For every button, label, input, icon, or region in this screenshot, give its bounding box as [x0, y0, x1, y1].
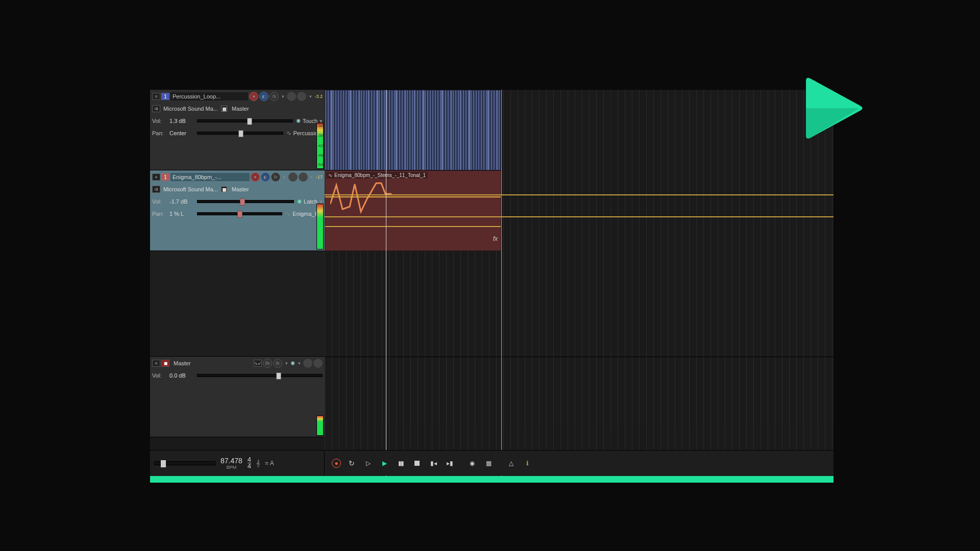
- record-arm-button[interactable]: ●: [251, 172, 260, 182]
- bus-name[interactable]: Master: [232, 106, 249, 112]
- downmix-icon[interactable]: ↘↙: [254, 360, 262, 367]
- pan-slider[interactable]: [197, 132, 283, 135]
- loop-button[interactable]: ↻: [346, 458, 357, 469]
- master-lane[interactable]: [325, 357, 834, 425]
- fx-dropdown-icon[interactable]: ▾: [280, 92, 286, 101]
- output-device[interactable]: Microsoft Sound Ma...: [163, 106, 218, 112]
- track-number[interactable]: 1: [161, 93, 169, 100]
- automation-gear-icon[interactable]: ✺: [297, 198, 302, 205]
- env-button[interactable]: [287, 92, 296, 101]
- master-name[interactable]: Master: [170, 360, 253, 366]
- fx-dropdown-icon[interactable]: ▾: [283, 359, 289, 368]
- dim-button[interactable]: [313, 359, 323, 368]
- fx-label[interactable]: fx: [493, 235, 498, 242]
- more-dropdown-icon[interactable]: ▾: [309, 172, 315, 182]
- peak-readout: -17: [316, 174, 323, 180]
- play-button[interactable]: ▶: [379, 458, 390, 469]
- vol-value: -1.7 dB: [169, 198, 194, 205]
- pan-row: Pan: Center ∿ Percussio...: [152, 128, 323, 139]
- empty-track-area[interactable]: [150, 251, 325, 357]
- envelope-extension-1[interactable]: [325, 194, 834, 195]
- track-name[interactable]: Percussion_Loop...: [170, 92, 248, 101]
- track-menu-icon[interactable]: ≡: [152, 93, 160, 100]
- go-to-start-button[interactable]: ▮◂: [428, 458, 439, 469]
- tempo-readout[interactable]: 87.478 BPM: [220, 457, 242, 470]
- clip-label: ∿ Enigma_80bpm_-_Stems_-_11_Tonal_1: [326, 172, 428, 179]
- track-menu-icon[interactable]: ≡: [152, 173, 160, 181]
- automation-mode[interactable]: Latch: [304, 198, 317, 205]
- automation-gear-icon[interactable]: ✺: [296, 118, 301, 124]
- gear-dropdown-icon[interactable]: ▾: [296, 359, 302, 368]
- envelope-line-2[interactable]: [325, 226, 501, 227]
- mute-button[interactable]: [303, 359, 312, 368]
- record-mode-button[interactable]: ◉: [467, 458, 478, 469]
- record-button[interactable]: ●: [332, 459, 341, 468]
- volume-row: Vol: -1.7 dB ✺ Latch ▾: [152, 196, 323, 207]
- fx-button[interactable]: fx: [273, 359, 282, 368]
- bus-checkbox[interactable]: ◼: [221, 186, 227, 192]
- env-button[interactable]: [288, 172, 298, 182]
- track-header: ≡ 1 Enigma_80bpm_-... ● ◐ fx ▾ ▾ -17: [152, 171, 323, 183]
- vol-label: Vol:: [152, 198, 166, 205]
- pause-button[interactable]: ▮▮: [395, 458, 406, 469]
- track-panel: ≡ 1 Percussion_Loop... ● ◐ fx ▾ ▾ -3.2 ⇉…: [150, 90, 325, 483]
- clip-envelope-icon: ∿: [328, 172, 332, 178]
- gear-icon[interactable]: ✺: [290, 360, 295, 367]
- insert-fx-icon[interactable]: ifx: [263, 359, 272, 368]
- time-signature[interactable]: 4 4: [248, 457, 251, 469]
- pan-slider[interactable]: [197, 212, 282, 215]
- grid-snap-button[interactable]: ▦: [483, 458, 494, 469]
- input-monitor-button[interactable]: ◐: [259, 92, 268, 101]
- output-device[interactable]: Microsoft Sound Ma...: [163, 186, 218, 192]
- envelope-extension-2[interactable]: [325, 216, 834, 217]
- stop-button[interactable]: [411, 458, 423, 469]
- automation-mode[interactable]: Touch: [303, 118, 317, 124]
- io-icon[interactable]: ⇉: [152, 186, 160, 193]
- loop-end-locator[interactable]: [501, 90, 502, 483]
- track-1[interactable]: ≡ 1 Percussion_Loop... ● ◐ fx ▾ ▾ -3.2 ⇉…: [150, 90, 325, 170]
- tempo-unit: BPM: [220, 465, 242, 470]
- fx-button[interactable]: fx: [270, 92, 279, 101]
- metronome-readout[interactable]: = A: [265, 460, 274, 467]
- go-to-end-button[interactable]: ▸▮: [444, 458, 455, 469]
- master-badge-icon[interactable]: ◼: [161, 360, 169, 367]
- master-track[interactable]: ≡ ◼ Master ↘↙ ifx fx ▾ ✺ ▾ Vol: 0.0 dB: [150, 357, 325, 437]
- pan-label: Pan:: [152, 211, 166, 217]
- fx-button[interactable]: fx: [271, 172, 280, 182]
- more-dropdown-icon[interactable]: ▾: [307, 92, 313, 101]
- mute-button[interactable]: [297, 92, 306, 101]
- daw-window: ≡ 1 Percussion_Loop... ● ◐ fx ▾ ▾ -3.2 ⇉…: [150, 90, 834, 483]
- tempo-slider[interactable]: [154, 461, 215, 465]
- volume-slider[interactable]: [197, 374, 323, 377]
- track-header: ≡ 1 Percussion_Loop... ● ◐ fx ▾ ▾ -3.2: [152, 91, 323, 102]
- playhead[interactable]: [386, 90, 386, 483]
- bus-name[interactable]: Master: [232, 186, 249, 192]
- input-monitor-button[interactable]: ◐: [261, 172, 270, 182]
- volume-slider[interactable]: [197, 200, 294, 203]
- volume-slider[interactable]: [197, 119, 293, 122]
- output-row: ⇉ Microsoft Sound Ma... ◼ Master: [152, 184, 323, 195]
- audio-clip-percussion[interactable]: [325, 90, 501, 170]
- envelope-icon[interactable]: ∿: [286, 130, 291, 137]
- bus-checkbox[interactable]: ◼: [221, 106, 227, 112]
- track-name[interactable]: Enigma_80bpm_-...: [170, 173, 250, 181]
- record-arm-button[interactable]: ●: [249, 92, 258, 101]
- envelope-line[interactable]: [325, 196, 501, 197]
- metronome-button[interactable]: △: [505, 458, 517, 469]
- mute-button[interactable]: [299, 172, 308, 182]
- play-from-start-button[interactable]: ▷: [362, 458, 374, 469]
- audio-clip-enigma[interactable]: ∿ Enigma_80bpm_-_Stems_-_11_Tonal_1 fx: [325, 170, 501, 251]
- tempo-block: 87.478 BPM 4 4 𝄞 = A: [150, 450, 325, 475]
- envelope-curve[interactable]: [330, 181, 397, 217]
- track-menu-icon[interactable]: ≡: [152, 360, 160, 367]
- track-number[interactable]: 1: [161, 173, 169, 181]
- track-2[interactable]: ≡ 1 Enigma_80bpm_-... ● ◐ fx ▾ ▾ -17 ⇉ M…: [150, 170, 325, 251]
- vu-meter: [316, 204, 324, 249]
- timeline[interactable]: ∿ Enigma_80bpm_-_Stems_-_11_Tonal_1 fx ◂: [325, 90, 834, 483]
- io-icon[interactable]: ⇉: [152, 105, 160, 112]
- tempo-value: 87.478: [220, 457, 242, 465]
- count-in-button[interactable]: ℹ︎: [522, 458, 533, 469]
- envelope-icon[interactable]: ∿: [285, 210, 290, 217]
- metronome-icon[interactable]: 𝄞: [256, 460, 260, 467]
- fx-dropdown-icon[interactable]: ▾: [281, 172, 287, 182]
